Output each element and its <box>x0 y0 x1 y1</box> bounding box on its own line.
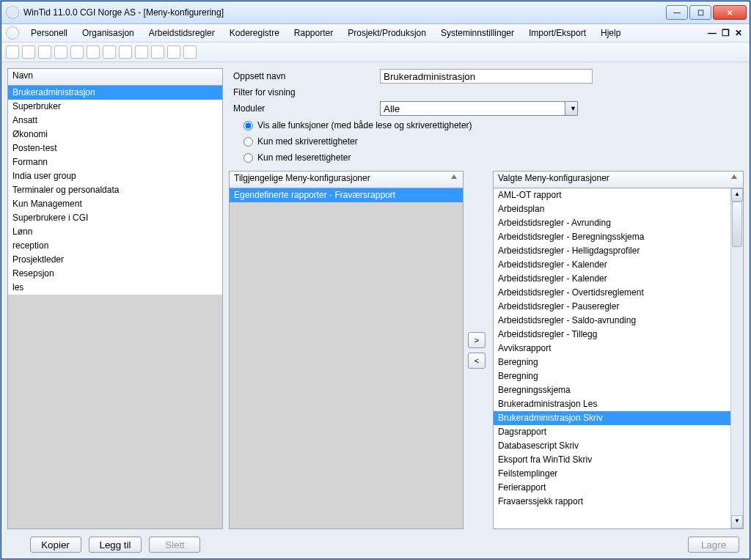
menu-item[interactable]: Import/Eksport <box>521 26 593 40</box>
scroll-down-icon[interactable]: ▼ <box>731 515 743 528</box>
list-item[interactable]: Arbeidstidsregler - Kalender <box>494 272 730 286</box>
available-header[interactable]: Tilgjengelige Meny-konfigurasjoner <box>229 171 464 188</box>
list-item[interactable]: Arbeidstidsregler - Beregningsskjema <box>494 230 730 244</box>
scroll-thumb[interactable] <box>732 202 742 247</box>
save-button[interactable]: Lagre <box>688 537 739 553</box>
list-item[interactable]: Eksport fra WinTid Skriv <box>494 453 730 467</box>
minimize-button[interactable]: — <box>666 5 688 20</box>
toolbar-icon-11[interactable] <box>167 45 180 59</box>
radio-read[interactable] <box>243 153 253 163</box>
list-item[interactable]: Fravaerssjekk rapport <box>494 495 730 509</box>
list-item[interactable]: Egendefinerte rapporter - Fraværsrapport <box>230 188 463 202</box>
list-item[interactable]: Arbeidstidsregler - Avrunding <box>494 216 730 230</box>
selected-header[interactable]: Valgte Meny-konfigurasjoner <box>493 171 744 188</box>
name-input[interactable] <box>380 69 593 84</box>
scrollbar[interactable]: ▲ ▼ <box>730 188 743 528</box>
transfer-buttons: > < <box>468 171 488 529</box>
toolbar-icon-3[interactable] <box>38 45 51 59</box>
toolbar-icon-5[interactable] <box>70 45 84 59</box>
list-item[interactable]: Arbeidstidsregler - Kalender <box>494 258 730 272</box>
mdi-close-icon[interactable]: ✕ <box>733 28 744 38</box>
radio-write-label: Kun med skriverettigheter <box>257 136 358 147</box>
toolbar-icon-8[interactable] <box>119 45 132 59</box>
list-item[interactable]: Resepsjon <box>8 267 222 281</box>
mdi-minimize-icon[interactable]: — <box>707 28 717 38</box>
list-item[interactable]: Brukeradministrasjon Skriv <box>494 411 730 425</box>
move-right-button[interactable]: > <box>468 332 486 348</box>
toolbar-icon-2[interactable] <box>22 45 35 59</box>
close-button[interactable]: ✕ <box>713 5 747 20</box>
list-item[interactable]: Terminaler og personaldata <box>8 183 222 197</box>
toolbar-icon-10[interactable] <box>151 45 164 59</box>
add-button[interactable]: Legg til <box>89 537 142 553</box>
list-item[interactable]: Beregning <box>494 355 730 369</box>
name-label: Oppsett navn <box>229 71 380 81</box>
list-item[interactable]: les <box>8 281 222 295</box>
toolbar-icon-4[interactable] <box>54 45 67 59</box>
list-item[interactable]: Superbruker <box>8 100 222 114</box>
scroll-up-icon[interactable]: ▲ <box>731 188 743 202</box>
left-listbox[interactable]: BrukeradministrasjonSuperbrukerAnsattØko… <box>7 85 223 529</box>
toolbar <box>1 43 750 62</box>
radio-all-label: Vis alle funksjoner (med både lese og sk… <box>257 120 472 130</box>
mdi-restore-icon[interactable]: ❐ <box>720 28 730 38</box>
list-item[interactable]: Arbeidstidsregler - Saldo-avrunding <box>494 314 730 328</box>
toolbar-icon-7[interactable] <box>103 45 116 59</box>
menu-item[interactable]: Koderegistre <box>222 26 287 40</box>
toolbar-icon-9[interactable] <box>135 45 148 59</box>
filter-group-label: Filter for visning <box>229 86 744 99</box>
titlebar[interactable]: WinTid 11.0.0 CGI Norge AS - [Meny-konfi… <box>1 1 750 24</box>
move-left-button[interactable]: < <box>468 353 486 369</box>
list-item[interactable]: Beregning <box>494 369 730 383</box>
left-list-header[interactable]: Navn <box>7 68 223 85</box>
toolbar-icon-6[interactable] <box>87 45 100 59</box>
list-item[interactable]: Avviksrapport <box>494 342 730 355</box>
window-title: WinTid 11.0.0 CGI Norge AS - [Meny-konfi… <box>23 7 224 18</box>
module-combo[interactable]: ▼ <box>380 101 578 116</box>
radio-all[interactable] <box>243 121 253 130</box>
module-combo-input[interactable] <box>380 101 565 116</box>
list-item[interactable]: Databasescript Skriv <box>494 439 730 453</box>
list-item[interactable]: Feilstemplinger <box>494 467 730 481</box>
selected-listbox[interactable]: AML-OT rapportArbeidsplanArbeidstidsregl… <box>494 188 730 528</box>
list-item[interactable]: Ansatt <box>8 114 222 128</box>
list-item[interactable]: Ferierapport <box>494 481 730 495</box>
menu-item[interactable]: Personell <box>23 26 75 40</box>
toolbar-icon-12[interactable] <box>183 45 197 59</box>
list-item[interactable]: Posten-test <box>8 141 222 155</box>
available-listbox[interactable]: Egendefinerte rapporter - Fraværsrapport <box>229 188 464 529</box>
list-item[interactable]: Superbrukere i CGI <box>8 211 222 225</box>
list-item[interactable]: Kun Management <box>8 197 222 211</box>
list-item[interactable]: Dagsrapport <box>494 425 730 439</box>
list-item[interactable]: Arbeidsplan <box>494 202 730 216</box>
list-item[interactable]: Arbeidstidsregler - Pauseregler <box>494 300 730 314</box>
sort-asc-icon <box>731 174 737 179</box>
list-item[interactable]: Beregningsskjema <box>494 383 730 397</box>
list-item[interactable]: Brukeradministrasjon Les <box>494 397 730 411</box>
menu-item[interactable]: Prosjekt/Produksjon <box>340 26 433 40</box>
maximize-button[interactable]: ☐ <box>689 5 711 20</box>
radio-write[interactable] <box>243 137 253 147</box>
module-combo-dropdown-icon[interactable]: ▼ <box>565 101 578 116</box>
menu-item[interactable]: Organisasjon <box>75 26 142 40</box>
copy-button[interactable]: Kopier <box>30 537 81 553</box>
menu-item[interactable]: Hjelp <box>593 26 628 40</box>
toolbar-icon-1[interactable] <box>6 45 19 59</box>
list-item[interactable]: Arbeidstidsregler - Overtidsreglement <box>494 286 730 300</box>
app-icon <box>6 6 19 19</box>
menu-item[interactable]: Systeminnstillinger <box>433 26 521 40</box>
list-item[interactable]: India user group <box>8 169 222 183</box>
list-item[interactable]: Prosjektleder <box>8 253 222 267</box>
menu-item[interactable]: Arbeidstidsregler <box>142 26 222 40</box>
list-item[interactable]: Lønn <box>8 225 222 239</box>
delete-button[interactable]: Slett <box>149 537 200 553</box>
left-panel: Navn BrukeradministrasjonSuperbrukerAnsa… <box>7 68 223 553</box>
list-item[interactable]: Brukeradministrasjon <box>8 86 222 100</box>
list-item[interactable]: Arbeidstidsregler - Tillegg <box>494 328 730 342</box>
list-item[interactable]: AML-OT rapport <box>494 188 730 202</box>
list-item[interactable]: Arbeidstidsregler - Helligdagsprofiler <box>494 244 730 258</box>
list-item[interactable]: Økonomi <box>8 128 222 141</box>
list-item[interactable]: Formann <box>8 155 222 169</box>
menu-item[interactable]: Rapporter <box>287 26 340 40</box>
list-item[interactable]: reception <box>8 239 222 253</box>
